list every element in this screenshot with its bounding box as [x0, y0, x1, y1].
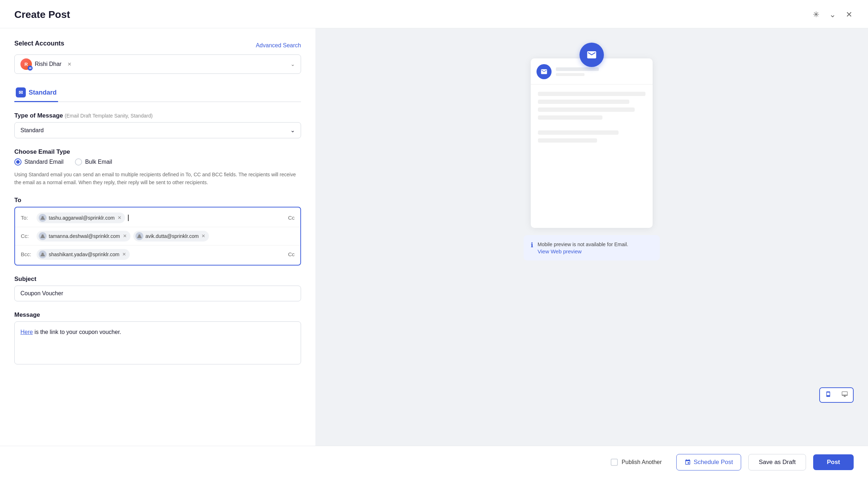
desktop-device-btn[interactable] [836, 388, 853, 402]
preview-line-6 [538, 138, 597, 143]
account-badge: ✉ [28, 66, 33, 71]
accounts-header: Select Accounts Advanced Search [14, 40, 301, 51]
radio-standard-dot [16, 160, 20, 164]
message-section: Message Here is the link to your coupon … [14, 311, 301, 364]
radio-bulk-label: Bulk Email [85, 159, 112, 165]
email-type-description: Using Standard email you can send an ema… [14, 171, 301, 187]
post-button[interactable]: Post [813, 454, 854, 470]
account-chip: R ✉ Rishi Dhar ✕ [20, 58, 72, 70]
preview-line-2 [538, 100, 629, 104]
email-type-section: Choose Email Type Standard Email Bulk Em… [14, 148, 301, 187]
schedule-post-button[interactable]: Schedule Post [676, 454, 741, 470]
collapse-icon[interactable]: ⌄ [828, 9, 837, 21]
radio-standard-email[interactable]: Standard Email [14, 158, 63, 166]
accounts-dropdown-arrow: ⌄ [291, 61, 295, 67]
create-post-modal: Create Post ✳ ⌄ ✕ Select Accounts Advanc… [0, 0, 868, 478]
chip-avatar [135, 232, 143, 240]
publish-another-label: Publish Another [621, 459, 662, 465]
to-row: To: tashu.aggarwal@sprinklr.com ✕ [15, 209, 300, 227]
info-note-content: Mobile preview is not available for Emai… [538, 241, 628, 255]
info-note-box: ℹ Mobile preview is not available for Em… [524, 235, 660, 260]
mobile-device-btn[interactable] [820, 388, 836, 402]
to-chip-email-0: tashu.aggarwal@sprinklr.com [49, 215, 115, 221]
footer-bar: Publish Another Schedule Post Save as Dr… [0, 446, 868, 478]
preview-placeholder-title [556, 67, 599, 71]
to-chip-remove-0[interactable]: ✕ [118, 215, 121, 220]
type-of-message-label: Type of Message (Email Draft Template Sa… [14, 112, 301, 119]
device-toggle [819, 387, 854, 403]
to-section: To To: tashu.aggarwal@sprinklr.com ✕ [14, 197, 301, 266]
preview-line-3 [538, 107, 635, 112]
account-name: Rishi Dhar [35, 61, 62, 67]
info-icon: ℹ [531, 241, 533, 249]
cc-chip-email-1: avik.dutta@sprinklr.com [146, 233, 199, 239]
preview-placeholder-sub [556, 73, 585, 76]
tab-label: Standard [29, 89, 57, 96]
radio-group: Standard Email Bulk Email [14, 158, 301, 166]
to-chips: tashu.aggarwal@sprinklr.com ✕ [37, 212, 288, 223]
pin-icon[interactable]: ✳ [811, 9, 821, 21]
message-link[interactable]: Here [20, 329, 33, 335]
preview-spacer [538, 123, 645, 130]
message-body-text: is the link to your coupon voucher. [33, 329, 121, 335]
publish-another-checkbox[interactable] [611, 459, 618, 466]
bcc-cc-button[interactable]: Cc [288, 251, 295, 257]
account-remove-icon[interactable]: ✕ [67, 61, 72, 67]
preview-card-icon [536, 64, 552, 79]
bcc-chip-email-0: shashikant.yadav@sprinklr.com [49, 252, 119, 257]
advanced-search-link[interactable]: Advanced Search [256, 42, 301, 49]
tab-email-icon: ✉ [16, 87, 26, 97]
recipients-box: To: tashu.aggarwal@sprinklr.com ✕ [14, 207, 301, 266]
subject-section: Subject [14, 276, 301, 301]
radio-standard-circle [14, 158, 22, 166]
close-icon[interactable]: ✕ [844, 9, 854, 21]
subject-input[interactable] [14, 286, 301, 301]
message-label: Message [14, 311, 301, 319]
cc-row-label: Cc: [21, 233, 37, 239]
info-note-text: Mobile preview is not available for Emai… [538, 242, 628, 247]
preview-line-1 [538, 92, 645, 96]
email-preview-card [531, 58, 653, 228]
page-title: Create Post [14, 9, 70, 20]
main-content: Select Accounts Advanced Search R ✉ Rish… [0, 28, 868, 446]
bcc-row-label: Bcc: [21, 251, 37, 257]
accounts-section: Select Accounts Advanced Search R ✉ Rish… [14, 40, 301, 74]
publish-another-group: Publish Another [611, 459, 662, 466]
accounts-label: Select Accounts [14, 40, 64, 47]
cc-chips: tamanna.deshwal@sprinklr.com ✕ avik.dutt… [37, 231, 295, 242]
cc-chip-0: tamanna.deshwal@sprinklr.com ✕ [37, 231, 130, 242]
cc-chip-remove-0[interactable]: ✕ [123, 233, 127, 239]
preview-body [531, 85, 653, 228]
header-actions: ✳ ⌄ ✕ [811, 9, 854, 21]
type-of-message-dropdown[interactable]: Standard ⌄ [14, 122, 301, 138]
bcc-row: Bcc: shashikant.yadav@sprinklr.com ✕ Cc [15, 245, 300, 263]
bcc-chips: shashikant.yadav@sprinklr.com ✕ [37, 249, 288, 260]
tab-standard[interactable]: ✉ Standard [14, 84, 58, 102]
cc-button[interactable]: Cc [288, 215, 295, 221]
accounts-dropdown[interactable]: R ✉ Rishi Dhar ✕ ⌄ [14, 54, 301, 74]
preview-panel: ℹ Mobile preview is not available for Em… [315, 28, 868, 446]
to-label: To [14, 197, 301, 204]
avatar: R ✉ [20, 58, 32, 70]
to-chip-0: tashu.aggarwal@sprinklr.com ✕ [37, 212, 125, 223]
type-dropdown-arrow: ⌄ [290, 127, 295, 134]
chip-avatar [39, 250, 47, 258]
save-draft-button[interactable]: Save as Draft [748, 454, 806, 470]
tab-bar: ✉ Standard [14, 84, 301, 102]
form-panel: Select Accounts Advanced Search R ✉ Rish… [0, 28, 315, 446]
message-box[interactable]: Here is the link to your coupon voucher. [14, 321, 301, 364]
bcc-chip-remove-0[interactable]: ✕ [122, 252, 126, 257]
view-web-link[interactable]: View Web preview [538, 248, 582, 254]
subject-label: Subject [14, 276, 301, 283]
preview-line-4 [538, 115, 602, 120]
cc-chip-remove-1[interactable]: ✕ [201, 233, 205, 239]
chip-avatar [39, 232, 47, 240]
chip-avatar [39, 214, 47, 222]
radio-bulk-email[interactable]: Bulk Email [75, 158, 112, 166]
preview-top-email-icon [580, 43, 604, 67]
radio-bulk-circle [75, 158, 82, 166]
cc-row: Cc: tamanna.deshwal@sprinklr.com ✕ [15, 227, 300, 245]
to-row-label: To: [21, 215, 37, 221]
radio-standard-label: Standard Email [24, 159, 63, 165]
bcc-chip-0: shashikant.yadav@sprinklr.com ✕ [37, 249, 130, 260]
